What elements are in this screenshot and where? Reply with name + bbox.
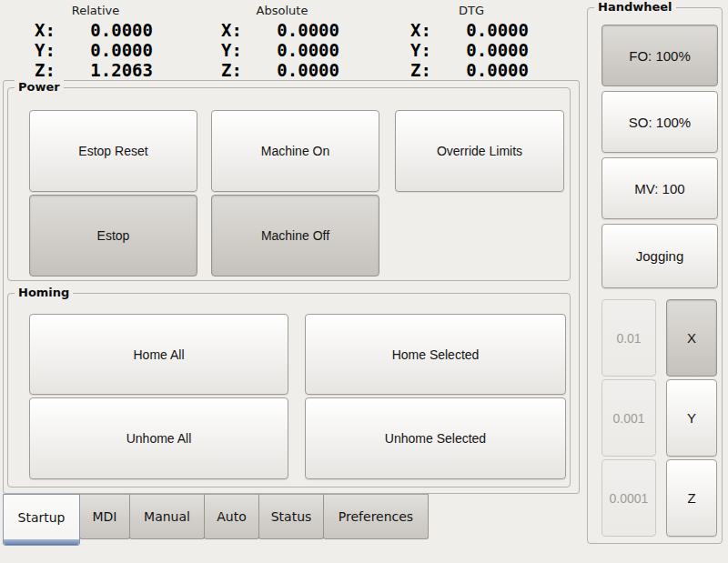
unhome-selected-button[interactable]: Unhome Selected — [305, 397, 566, 479]
tab-status[interactable]: Status — [258, 494, 324, 539]
tab-preferences[interactable]: Preferences — [323, 494, 429, 539]
axis-x-button[interactable]: X — [666, 299, 717, 377]
tab-startup[interactable]: Startup — [3, 494, 80, 546]
power-group: Power Estop Reset Machine On Override Li… — [7, 87, 571, 281]
axis-label: Z: — [221, 60, 242, 80]
dro-relative-y: Y: 0.0000 — [27, 40, 164, 60]
axis-label: X: — [221, 20, 242, 40]
homing-group-label: Homing — [15, 286, 73, 300]
tab-manual[interactable]: Manual — [129, 494, 205, 539]
home-all-button[interactable]: Home All — [29, 314, 288, 395]
increment-0-001-button[interactable]: 0.001 — [602, 379, 656, 457]
tab-label: Preferences — [339, 509, 413, 524]
machine-on-button[interactable]: Machine On — [211, 110, 379, 192]
axis-label: Y: — [410, 40, 431, 60]
dro-column-absolute: Absolute X: 0.0000 Y: 0.0000 Z: 0.0000 — [214, 4, 350, 80]
home-selected-button[interactable]: Home Selected — [305, 314, 566, 395]
dro-header-dtg: DTG — [403, 4, 540, 18]
dro-absolute-x: X: 0.0000 — [214, 20, 350, 40]
power-group-label: Power — [15, 80, 64, 95]
axis-value: 0.0000 — [90, 40, 153, 60]
tab-label: Startup — [18, 510, 66, 525]
dro-absolute-y: Y: 0.0000 — [214, 40, 350, 60]
estop-button[interactable]: Estop — [29, 195, 197, 276]
axis-label: Z: — [35, 60, 56, 80]
tab-label: Auto — [217, 509, 247, 524]
notebook-tabbar: Startup MDI Manual Auto Status Preferenc… — [3, 494, 429, 546]
axis-y-button[interactable]: Y — [666, 379, 717, 457]
handwheel-group: Handwheel FO: 100% SO: 100% MV: 100 Jogg… — [587, 7, 723, 544]
axis-value: 1.2063 — [90, 60, 153, 80]
tab-mdi[interactable]: MDI — [79, 494, 130, 539]
axis-label: X: — [35, 20, 56, 40]
unhome-all-button[interactable]: Unhome All — [29, 397, 288, 479]
dro-dtg-x: X: 0.0000 — [403, 20, 540, 40]
jogging-button[interactable]: Jogging — [602, 224, 718, 288]
axis-label: Y: — [35, 40, 56, 60]
dro-dtg-z: Z: 0.0000 — [403, 60, 540, 80]
increment-0-01-button[interactable]: 0.01 — [602, 299, 656, 377]
estop-reset-button[interactable]: Estop Reset — [29, 110, 197, 192]
increment-0-0001-button[interactable]: 0.0001 — [602, 459, 656, 537]
tab-label: Manual — [144, 509, 190, 524]
axis-value: 0.0000 — [90, 20, 153, 40]
axis-value: 0.0000 — [466, 40, 529, 60]
machine-off-button[interactable]: Machine Off — [211, 195, 379, 276]
axis-label: X: — [410, 20, 431, 40]
dro-column-dtg: DTG X: 0.0000 Y: 0.0000 Z: 0.0000 — [403, 4, 540, 80]
feed-override-button[interactable]: FO: 100% — [602, 25, 718, 86]
max-velocity-button[interactable]: MV: 100 — [602, 157, 718, 219]
dro-relative-z: Z: 1.2063 — [27, 60, 164, 80]
axis-z-button[interactable]: Z — [666, 459, 717, 537]
override-limits-button[interactable]: Override Limits — [395, 110, 564, 192]
tab-auto[interactable]: Auto — [204, 494, 259, 539]
dro-header-absolute: Absolute — [214, 4, 350, 18]
dro-column-relative: Relative X: 0.0000 Y: 0.0000 Z: 1.2063 — [27, 4, 164, 80]
homing-group: Homing Home All Home Selected Unhome All… — [7, 293, 571, 488]
axis-label: Y: — [221, 40, 242, 60]
dro-absolute-z: Z: 0.0000 — [214, 60, 350, 80]
axis-value: 0.0000 — [277, 20, 339, 40]
tab-label: MDI — [93, 509, 117, 524]
cnc-control-window: Relative X: 0.0000 Y: 0.0000 Z: 1.2063 A… — [0, 0, 728, 563]
axis-value: 0.0000 — [277, 40, 339, 60]
axis-value: 0.0000 — [277, 60, 339, 80]
axis-value: 0.0000 — [466, 60, 529, 80]
tab-label: Status — [271, 509, 312, 524]
axis-label: Z: — [410, 60, 431, 80]
dro-dtg-y: Y: 0.0000 — [403, 40, 540, 60]
handwheel-group-label: Handwheel — [594, 0, 676, 15]
dro-relative-x: X: 0.0000 — [27, 20, 164, 40]
spindle-override-button[interactable]: SO: 100% — [602, 91, 718, 153]
dro-header-relative: Relative — [27, 4, 164, 18]
axis-value: 0.0000 — [466, 20, 529, 40]
